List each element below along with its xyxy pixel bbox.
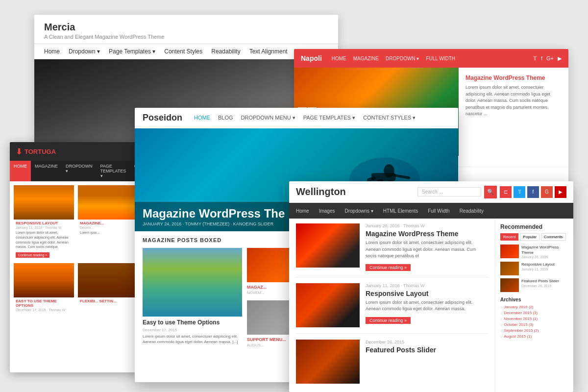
wellington-window: Wellington Search ... 🔍 ⊏ 𝕋 f G ▶ Home I… (289, 181, 573, 392)
poseidon-easy-card-image (143, 248, 242, 317)
wellington-rec-2-title: Responsive Layout (521, 262, 555, 267)
tortuga-card-1-author: Thomas W (45, 226, 62, 229)
tortuga-card-1-read[interactable]: Continue reading » (16, 252, 49, 258)
wellington-article-1-image (296, 223, 360, 268)
napoli-nav-home[interactable]: HOME (332, 56, 346, 61)
wellington-rec-3-date: December 26, 2015 (521, 284, 559, 288)
poseidon-nav-links: HOME BLOG DROPDOWN MENU ▾ PAGE TEMPLATES… (194, 115, 416, 121)
mercia-nav-content[interactable]: Content Styles (164, 48, 202, 55)
wellington-archive-aug2015[interactable]: August 2015 (1) (500, 334, 568, 339)
wellington-rec-3-text-wrap: Featured Posts Slider December 26, 2015 (521, 278, 559, 292)
wellington-facebook-icon[interactable]: f (527, 186, 539, 198)
mercia-nav-dropdown[interactable]: Dropdown ▾ (69, 48, 100, 55)
napoli-nav-dropdown[interactable]: DROPDOWN ▾ (386, 56, 419, 61)
mercia-nav-alignment[interactable]: Text Alignment (249, 48, 288, 55)
wellington-nav-home[interactable]: Home (296, 208, 309, 214)
mercia-header: ⊏ 𝕋 f ▶ Mercia A Clean and Elegant Magaz… (34, 15, 338, 44)
wellington-nav-readability[interactable]: Readability (460, 208, 484, 214)
wellington-archive-nov2015[interactable]: November 2015 (1) (500, 317, 568, 321)
tortuga-nav-magazine[interactable]: MAGAZINE (31, 161, 62, 181)
tortuga-nav-home[interactable]: HOME (10, 161, 31, 181)
wellington-article-1-text: Lorem ipsum dolor sit amet, consectuier … (366, 240, 488, 260)
wellington-main: January 26, 2016 · Thomas W Magazine Wor… (289, 219, 495, 392)
wellington-brand: Wellington (296, 186, 417, 197)
tortuga-card-3: EASY TO USE THEME OPTIONS December 17, 2… (14, 263, 74, 313)
poseidon-easy-text: Lorem ipsum dolor sit amet, consectuier … (143, 334, 242, 344)
wellington-article-1: January 26, 2016 · Thomas W Magazine Wor… (296, 223, 488, 277)
tortuga-card-4-image (78, 263, 138, 297)
wellington-sidebar: Recommended Recent Popular Comments Maga… (495, 219, 573, 392)
tortuga-card-3-label: EASY TO USE THEME OPTIONS (14, 297, 74, 308)
tortuga-nav-templates[interactable]: PAGE TEMPLATES ▾ (97, 161, 130, 181)
wellington-nav-dropdowns[interactable]: Dropdowns ▾ (344, 208, 373, 214)
wellington-article-2-read-more[interactable]: Continue reading » (366, 317, 411, 324)
wellington-article-3-title: Featured Posts Slider (366, 346, 436, 354)
tortuga-card-1: RESPONSIVE LAYOUT January 11, 2016 · Tho… (14, 185, 74, 259)
tortuga-nav-dropdown[interactable]: DROPDOWN ▾ (62, 161, 97, 181)
tortuga-card-2: MAGAZINE... Decem... Lorem ipsu... (78, 185, 138, 259)
wellington-tab-comments[interactable]: Comments (541, 233, 566, 241)
napoli-brand: Napoli (301, 54, 322, 62)
wellington-youtube-icon[interactable]: ▶ (555, 186, 566, 198)
wellington-nav-bar: Home Images Dropdowns ▾ HTML Elements Fu… (289, 203, 573, 219)
napoli-nav-fullwidth[interactable]: FULL WIDTH (426, 56, 455, 61)
wellington-search-button[interactable]: 🔍 (484, 186, 497, 198)
mercia-nav-readability[interactable]: Readability (211, 48, 240, 55)
poseidon-easy-title: Easy to use Theme Options (143, 319, 242, 326)
tortuga-brand: TORTUGA (24, 148, 56, 155)
tortuga-card-3-date: December 17, 2015 (16, 308, 46, 312)
wellington-rec-2: Responsive Layout January 11, 2016 (500, 262, 568, 275)
wellington-article-2-image (296, 283, 360, 327)
tortuga-card-1-image (14, 185, 74, 220)
wellington-rec-3-image (500, 278, 519, 292)
poseidon-nav-blog[interactable]: BLOG (218, 115, 233, 121)
wellington-gplus-icon[interactable]: G (541, 186, 553, 198)
tortuga-logo: ⬇ TORTUGA (16, 147, 56, 156)
mercia-title: Mercia (44, 22, 328, 33)
wellington-tab-recent[interactable]: Recent (500, 233, 518, 241)
poseidon-nav-home[interactable]: HOME (194, 115, 210, 121)
wellington-article-2-title: Responsive Layout (366, 290, 488, 297)
wellington-archive-jan2016[interactable]: January 2016 (2) (500, 305, 568, 309)
wellington-article-1-read-more[interactable]: Continue reading » (366, 264, 411, 271)
wellington-rec-2-text-wrap: Responsive Layout January 11, 2016 (521, 262, 555, 275)
wellington-article-3-meta: December 26, 2015 (366, 340, 436, 344)
napoli-facebook-icon: f (541, 55, 542, 62)
tortuga-window: ⬇ TORTUGA HOME MAGAZINE DROPDOWN ▾ PAGE … (10, 142, 142, 372)
wellington-nav-images[interactable]: Images (319, 208, 335, 214)
wellington-nav-top: Wellington Search ... 🔍 ⊏ 𝕋 f G ▶ (289, 181, 573, 203)
wellington-article-2: January 11, 2016 · Thomas W Responsive L… (296, 283, 488, 334)
wellington-twitter-icon[interactable]: 𝕋 (514, 186, 525, 198)
tortuga-card-3-image (14, 263, 74, 297)
wellington-article-3-image (296, 340, 360, 384)
wellington-archive-oct2015[interactable]: October 2015 (3) (500, 322, 568, 327)
napoli-twitter-icon: 𝕋 (533, 55, 537, 62)
tortuga-card-3-author: Thomas W (49, 308, 65, 312)
tortuga-card-2-image (78, 185, 138, 220)
wellington-article-2-meta: January 11, 2016 · Thomas W (366, 283, 488, 288)
poseidon-nav-templates[interactable]: PAGE TEMPLATES ▾ (303, 115, 355, 121)
tortuga-grid: RESPONSIVE LAYOUT January 11, 2016 · Tho… (10, 181, 142, 317)
tortuga-card-2-label: MAGAZINE... (78, 220, 138, 226)
wellington-rec-2-date: January 11, 2016 (521, 268, 555, 271)
wellington-archive-sep2015[interactable]: September 2015 (2) (500, 328, 568, 333)
mercia-nav-home[interactable]: Home (44, 48, 60, 55)
wellington-search-input[interactable]: Search ... (417, 187, 481, 196)
wellington-archive-dec2015[interactable]: December 2015 (3) (500, 311, 568, 315)
poseidon-nav-dropdown[interactable]: DROPDOWN MENU ▾ (241, 115, 295, 121)
wellington-rec-3: Featured Posts Slider December 26, 2015 (500, 278, 568, 292)
tortuga-card-3-meta: December 17, 2015 · Thomas W (14, 308, 74, 313)
mercia-nav-templates[interactable]: Page Templates ▾ (109, 48, 155, 55)
tortuga-card-2-meta: Decem... (78, 226, 138, 230)
wellington-rec-3-title: Featured Posts Slider (521, 278, 559, 284)
wellington-article-2-text: Lorem ipsum dolor sit amet, consectuier … (366, 299, 488, 313)
napoli-nav-magazine[interactable]: MAGAZINE (353, 56, 379, 61)
wellington-tab-popular[interactable]: Popular (520, 233, 539, 241)
napoli-nav: Napoli HOME MAGAZINE DROPDOWN ▾ FULL WID… (294, 49, 568, 68)
wellington-rss-icon[interactable]: ⊏ (500, 186, 512, 198)
wellington-nav-fullwidth[interactable]: Full Width (428, 208, 449, 214)
wellington-article-1-content: January 26, 2016 · Thomas W Magazine Wor… (366, 223, 488, 271)
napoli-nav-links: HOME MAGAZINE DROPDOWN ▾ FULL WIDTH (332, 56, 455, 61)
wellington-nav-html[interactable]: HTML Elements (383, 208, 418, 214)
poseidon-nav-content[interactable]: CONTENT STYLES ▾ (363, 115, 416, 121)
